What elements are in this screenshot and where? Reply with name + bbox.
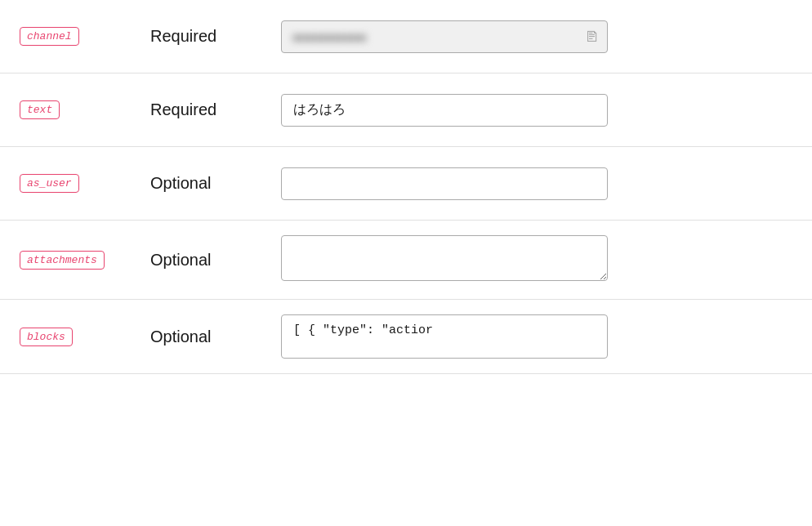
text-badge: text bbox=[20, 100, 60, 119]
as-user-input[interactable] bbox=[281, 167, 608, 200]
contact-card-icon: 🖹 bbox=[585, 28, 600, 45]
field-name-channel: channel bbox=[20, 27, 150, 46]
channel-input[interactable] bbox=[281, 20, 608, 53]
form-row-attachments: attachments Optional bbox=[0, 221, 812, 300]
field-name-text: text bbox=[20, 100, 150, 119]
blocks-badge: blocks bbox=[20, 328, 73, 346]
field-requirement-blocks: Optional bbox=[150, 328, 281, 346]
field-name-attachments: attachments bbox=[20, 251, 150, 270]
text-input[interactable] bbox=[281, 94, 608, 127]
attachments-input[interactable] bbox=[281, 235, 608, 281]
field-requirement-as-user: Optional bbox=[150, 174, 281, 193]
text-input-wrap bbox=[281, 94, 792, 127]
form-row-as-user: as_user Optional bbox=[0, 147, 812, 221]
attachments-badge: attachments bbox=[20, 251, 105, 270]
channel-input-wrap: ■■■■■■■■■■ 🖹 bbox=[281, 20, 792, 53]
channel-badge: channel bbox=[20, 27, 79, 46]
field-requirement-channel: Required bbox=[150, 27, 281, 46]
field-name-as-user: as_user bbox=[20, 174, 150, 193]
blocks-input[interactable]: [ { "type": "actior bbox=[281, 314, 608, 359]
form-container: channel Required ■■■■■■■■■■ 🖹 text Requi… bbox=[0, 0, 812, 374]
field-requirement-attachments: Optional bbox=[150, 251, 281, 270]
blocks-input-wrap: [ { "type": "actior bbox=[281, 314, 792, 359]
as-user-input-wrap bbox=[281, 167, 792, 200]
field-name-blocks: blocks bbox=[20, 328, 150, 346]
as-user-badge: as_user bbox=[20, 174, 79, 193]
attachments-input-wrap bbox=[281, 235, 792, 284]
form-row-blocks: blocks Optional [ { "type": "actior bbox=[0, 300, 812, 374]
channel-input-container: ■■■■■■■■■■ 🖹 bbox=[281, 20, 608, 53]
form-row-channel: channel Required ■■■■■■■■■■ 🖹 bbox=[0, 0, 812, 74]
field-requirement-text: Required bbox=[150, 100, 281, 119]
form-row-text: text Required bbox=[0, 74, 812, 147]
